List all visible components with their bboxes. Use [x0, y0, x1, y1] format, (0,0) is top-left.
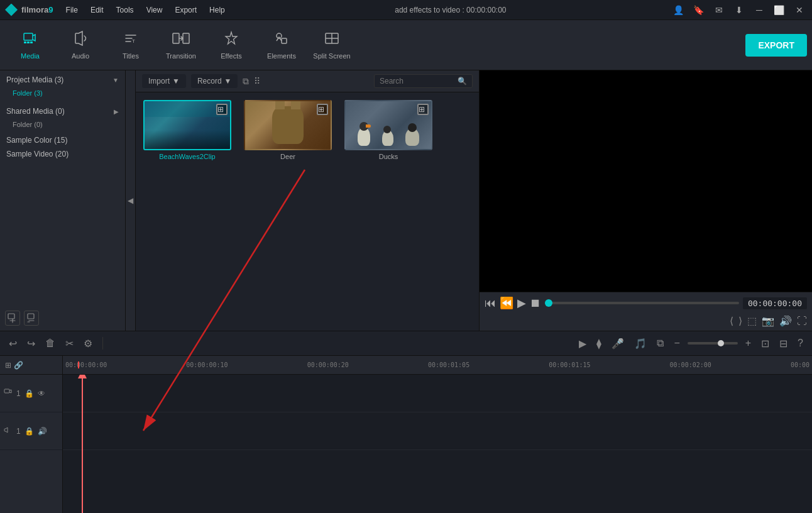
export-button[interactable]: EXPORT — [745, 34, 807, 57]
beachwaves-thumbnail[interactable]: ⊞ — [143, 100, 231, 150]
preview-controls: ⏮ ⏪ ▶ ⏹ 00:00:00:00 ⟨ ⟩ ⬚ 📷 🔊 ⛶ — [480, 292, 812, 331]
sample-color-row[interactable]: Sample Color (15) — [0, 133, 125, 147]
undo-button[interactable]: ↩ — [6, 335, 19, 352]
aspect-ratio-icon[interactable]: ⬚ — [747, 315, 757, 327]
search-input[interactable] — [380, 77, 455, 86]
stop-button[interactable]: ⏹ — [530, 297, 541, 310]
fit-timeline-icon[interactable]: ⊡ — [759, 335, 772, 352]
svg-text:T: T — [132, 38, 135, 44]
tool-transition[interactable]: Transition — [156, 23, 206, 67]
preview-screen — [480, 70, 812, 292]
fullscreen-icon[interactable]: ⛶ — [797, 316, 807, 327]
bookmark-icon[interactable]: 🔖 — [691, 3, 706, 18]
ruler-mark-0: 00:00:00:00 — [65, 361, 107, 368]
link-icon[interactable]: 🔗 — [14, 361, 23, 370]
minimize-button[interactable]: ─ — [752, 3, 767, 18]
audio-icon[interactable]: 🎵 — [632, 335, 649, 352]
transition-icon — [172, 31, 190, 50]
play-button[interactable]: ▶ — [517, 296, 526, 310]
titles-icon: T — [123, 31, 138, 50]
mail-icon[interactable]: ✉ — [711, 3, 727, 18]
project-media-chevron: ▼ — [112, 77, 119, 84]
skip-back-button[interactable]: ⏮ — [485, 297, 496, 310]
menu-edit[interactable]: Edit — [85, 4, 109, 16]
frame-back-button[interactable]: ⏪ — [500, 296, 513, 310]
close-button[interactable]: ✕ — [792, 3, 807, 18]
elements-icon — [274, 31, 289, 50]
tool-elements[interactable]: Elements — [256, 23, 307, 67]
toolbar-separator — [102, 337, 103, 350]
help-icon[interactable]: ? — [795, 335, 806, 351]
split-view-icon[interactable]: ⊟ — [777, 335, 790, 352]
tool-effects[interactable]: Effects — [206, 23, 256, 67]
svg-rect-13 — [8, 314, 14, 319]
menu-file[interactable]: File — [61, 4, 83, 16]
project-media-row[interactable]: Project Media (3) ▼ — [0, 73, 125, 87]
download-icon[interactable]: ⬇ — [732, 3, 747, 18]
audio-volume-icon[interactable]: 🔊 — [38, 427, 47, 436]
list-item[interactable]: ⊞ BeachWaves2Clip — [143, 100, 231, 323]
add-media-button[interactable] — [5, 311, 20, 326]
ruler-marks-container: 00:00:00:00 00:00:00:10 00:00:00:20 00:0… — [63, 361, 812, 368]
ducks-grid-icon[interactable]: ⊞ — [417, 104, 429, 115]
settings-button[interactable]: ⚙ — [81, 335, 95, 352]
filter-icon[interactable]: ⧉ — [243, 76, 249, 87]
volume-icon[interactable]: 🔊 — [779, 315, 792, 327]
menu-view[interactable]: View — [141, 4, 168, 16]
deer-grid-icon[interactable]: ⊞ — [317, 104, 328, 115]
tool-splitscreen[interactable]: Split Screen — [307, 23, 357, 67]
cut-button[interactable]: ✂ — [63, 335, 76, 352]
video-track-row[interactable] — [63, 375, 812, 412]
brackets-right-icon[interactable]: ⟩ — [738, 315, 742, 327]
playhead[interactable] — [82, 375, 83, 513]
menu-bar: File Edit Tools View Export Help — [61, 4, 230, 16]
svg-rect-5 — [173, 33, 179, 43]
video-track-number: 1 — [16, 389, 21, 398]
delete-button[interactable]: 🗑 — [43, 335, 58, 351]
sample-video-row[interactable]: Sample Video (20) — [0, 147, 125, 161]
audio-track-row[interactable] — [63, 412, 812, 450]
snap-icon[interactable]: ⊞ — [5, 361, 11, 370]
sample-color-label: Sample Color (15) — [6, 136, 67, 145]
voice-icon[interactable]: 🎤 — [609, 335, 627, 352]
redo-button[interactable]: ↪ — [25, 335, 38, 352]
timeline-right-controls: ▶ ⧫ 🎤 🎵 ⧉ − + ⊡ ⊟ ? — [576, 335, 806, 352]
list-item[interactable]: ⊞ Deer — [244, 100, 332, 323]
folder-row[interactable]: Folder (3) — [0, 87, 125, 99]
marker-icon[interactable]: ⧫ — [594, 335, 604, 352]
zoom-out-icon[interactable]: − — [671, 335, 682, 351]
pip-icon[interactable]: ⧉ — [654, 335, 666, 351]
snapshot-icon[interactable]: 📷 — [762, 315, 774, 327]
zoom-slider[interactable] — [688, 342, 738, 345]
panel-collapse-button[interactable]: ◀ — [126, 70, 136, 331]
ducks-thumbnail[interactable]: ⊞ — [344, 100, 432, 150]
beachwaves-grid-icon[interactable]: ⊞ — [216, 104, 228, 115]
menu-help[interactable]: Help — [204, 4, 230, 16]
grid-view-icon[interactable]: ⠿ — [254, 76, 260, 86]
tool-media[interactable]: Media — [5, 23, 55, 67]
video-eye-icon[interactable]: 👁 — [38, 389, 45, 398]
svg-rect-3 — [30, 41, 33, 43]
user-icon[interactable]: 👤 — [671, 3, 686, 18]
menu-tools[interactable]: Tools — [111, 4, 139, 16]
tool-audio[interactable]: Audio — [55, 23, 106, 67]
playback-progress[interactable] — [545, 302, 739, 304]
import-button[interactable]: Import ▼ — [142, 74, 186, 88]
tool-titles[interactable]: T Titles — [106, 23, 156, 67]
track-content[interactable] — [63, 375, 812, 513]
restore-button[interactable]: ⬜ — [772, 3, 787, 18]
preview-panel: ⏮ ⏪ ▶ ⏹ 00:00:00:00 ⟨ ⟩ ⬚ 📷 🔊 ⛶ — [479, 70, 812, 331]
list-item[interactable]: ⊞ Ducks — [344, 100, 432, 323]
audio-lock-icon[interactable]: 🔒 — [25, 427, 34, 436]
shared-media-row[interactable]: Shared Media (0) ▶ — [0, 104, 125, 118]
zoom-in-icon[interactable]: + — [743, 335, 754, 351]
menu-export[interactable]: Export — [170, 4, 202, 16]
import-label: Import — [148, 77, 170, 86]
video-lock-icon[interactable]: 🔒 — [25, 389, 34, 398]
deer-thumbnail[interactable]: ⊞ — [244, 100, 332, 150]
brackets-left-icon[interactable]: ⟨ — [730, 315, 733, 327]
search-icon[interactable]: 🔍 — [458, 77, 467, 86]
play-timeline-icon[interactable]: ▶ — [576, 335, 589, 352]
record-button[interactable]: Record ▼ — [191, 74, 238, 88]
delete-media-button[interactable] — [24, 311, 39, 326]
